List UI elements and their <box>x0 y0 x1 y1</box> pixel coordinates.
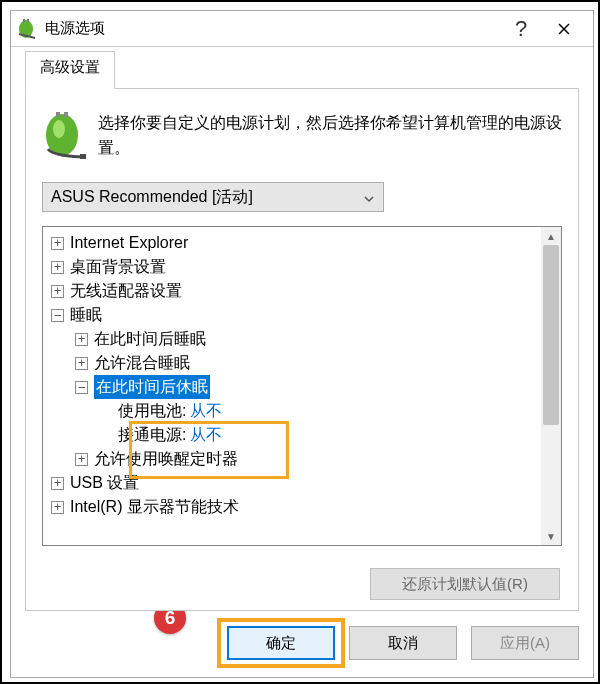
expand-icon[interactable] <box>75 357 88 370</box>
tree-node[interactable]: 允许使用唤醒定时器 <box>43 447 541 471</box>
close-icon <box>558 23 570 35</box>
tree-node-label: USB 设置 <box>70 471 139 495</box>
tree-node[interactable]: USB 设置 <box>43 471 541 495</box>
scroll-up-icon[interactable]: ▲ <box>541 227 561 245</box>
scroll-thumb[interactable] <box>543 245 559 425</box>
tree-scrollbar[interactable]: ▲ ▼ <box>541 227 561 545</box>
collapse-icon[interactable] <box>75 381 88 394</box>
battery-plug-icon <box>17 19 37 39</box>
svg-point-6 <box>53 120 65 138</box>
chevron-down-icon <box>363 191 375 209</box>
window-title: 电源选项 <box>45 19 105 38</box>
dialog-button-row: 确定 取消 应用(A) <box>25 623 579 663</box>
tree-node-label: 桌面背景设置 <box>70 255 166 279</box>
settings-tree[interactable]: Internet Explorer桌面背景设置无线适配器设置睡眠在此时间后睡眠允… <box>42 226 562 546</box>
battery-large-icon <box>42 111 86 162</box>
tree-node[interactable]: 使用电池:从不 <box>43 399 541 423</box>
tree-node[interactable]: 允许混合睡眠 <box>43 351 541 375</box>
expand-icon[interactable] <box>51 501 64 514</box>
tab-body: 选择你要自定义的电源计划，然后选择你希望计算机管理的电源设置。 ASUS Rec… <box>25 88 579 611</box>
titlebar: 电源选项 ? <box>11 11 593 47</box>
expand-icon[interactable] <box>51 261 64 274</box>
collapse-icon[interactable] <box>51 309 64 322</box>
svg-rect-1 <box>23 19 25 22</box>
svg-rect-8 <box>64 112 68 117</box>
tree-node[interactable]: Intel(R) 显示器节能技术 <box>43 495 541 519</box>
tree-node[interactable]: 在此时间后睡眠 <box>43 327 541 351</box>
expand-icon[interactable] <box>75 453 88 466</box>
tree-node[interactable]: 无线适配器设置 <box>43 279 541 303</box>
ok-button[interactable]: 确定 <box>227 626 335 660</box>
svg-rect-7 <box>56 112 60 117</box>
svg-rect-2 <box>27 19 29 22</box>
restore-defaults-button[interactable]: 还原计划默认值(R) <box>370 568 560 600</box>
tree-node-label: 允许使用唤醒定时器 <box>94 447 238 471</box>
tab-advanced-settings[interactable]: 高级设置 <box>25 51 115 89</box>
tree-node[interactable]: 接通电源:从不 <box>43 423 541 447</box>
tree-node-value[interactable]: 从不 <box>190 423 222 447</box>
tree-node-label: 在此时间后睡眠 <box>94 327 206 351</box>
scroll-down-icon[interactable]: ▼ <box>541 527 561 545</box>
tree-node[interactable]: 桌面背景设置 <box>43 255 541 279</box>
tree-node[interactable]: 在此时间后休眠 <box>43 375 541 399</box>
tree-node-label: 使用电池: <box>118 399 186 423</box>
dialog-content: 高级设置 选择你要自定义的电源计划，然后选择你希望计算机管理的电源设置。 ASU… <box>11 51 593 677</box>
tree-node-label: 无线适配器设置 <box>70 279 182 303</box>
power-plan-value: ASUS Recommended [活动] <box>51 187 253 208</box>
tree-node-label: 在此时间后休眠 <box>94 375 210 399</box>
help-button[interactable]: ? <box>501 11 541 47</box>
tree-node[interactable]: Internet Explorer <box>43 231 541 255</box>
tree-node[interactable]: 睡眠 <box>43 303 541 327</box>
tree-node-label: 允许混合睡眠 <box>94 351 190 375</box>
expand-icon[interactable] <box>51 477 64 490</box>
cancel-button[interactable]: 取消 <box>349 626 457 660</box>
apply-button[interactable]: 应用(A) <box>471 626 579 660</box>
dialog-window: 电源选项 ? 高级设置 选择你要自定义的电源计划，然后选择你希望计算机管理的电源… <box>10 10 594 678</box>
expand-icon[interactable] <box>75 333 88 346</box>
expand-icon[interactable] <box>51 237 64 250</box>
power-plan-select[interactable]: ASUS Recommended [活动] <box>42 182 384 212</box>
description-text: 选择你要自定义的电源计划，然后选择你希望计算机管理的电源设置。 <box>98 111 562 162</box>
tree-node-label: Intel(R) 显示器节能技术 <box>70 495 239 519</box>
tree-node-label: Internet Explorer <box>70 231 188 255</box>
expand-icon[interactable] <box>51 285 64 298</box>
tree-node-value[interactable]: 从不 <box>190 399 222 423</box>
svg-rect-9 <box>80 154 86 159</box>
tree-node-label: 睡眠 <box>70 303 102 327</box>
tree-node-label: 接通电源: <box>118 423 186 447</box>
close-button[interactable] <box>541 11 587 47</box>
outer-frame: 电源选项 ? 高级设置 选择你要自定义的电源计划，然后选择你希望计算机管理的电源… <box>0 0 600 684</box>
